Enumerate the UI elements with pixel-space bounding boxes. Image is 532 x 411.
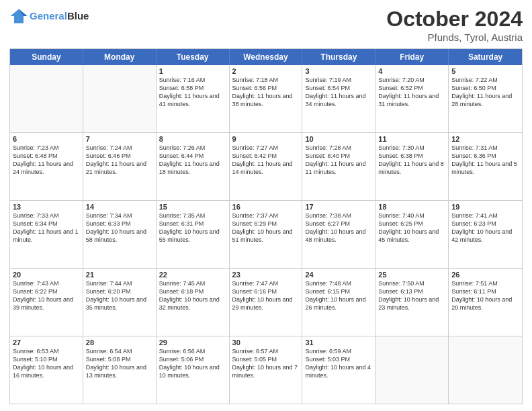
day-number: 3	[305, 67, 372, 75]
day-11: 11Sunrise: 7:30 AM Sunset: 6:38 PM Dayli…	[375, 133, 449, 200]
day-20: 20Sunrise: 7:43 AM Sunset: 6:22 PM Dayli…	[10, 269, 83, 336]
day-info: Sunrise: 7:18 AM Sunset: 6:56 PM Dayligh…	[232, 76, 300, 109]
day-info: Sunrise: 7:48 AM Sunset: 6:15 PM Dayligh…	[305, 279, 372, 312]
logo-icon	[9, 7, 28, 26]
day-info: Sunrise: 7:47 AM Sunset: 6:16 PM Dayligh…	[232, 279, 300, 312]
day-info: Sunrise: 6:57 AM Sunset: 5:05 PM Dayligh…	[232, 347, 300, 380]
day-info: Sunrise: 6:54 AM Sunset: 5:08 PM Dayligh…	[86, 347, 153, 380]
header-day-thursday: Thursday	[302, 49, 375, 65]
day-18: 18Sunrise: 7:40 AM Sunset: 6:25 PM Dayli…	[375, 201, 449, 268]
day-10: 10Sunrise: 7:28 AM Sunset: 6:40 PM Dayli…	[302, 133, 375, 200]
day-info: Sunrise: 7:30 AM Sunset: 6:38 PM Dayligh…	[378, 144, 445, 177]
day-29: 29Sunrise: 6:56 AM Sunset: 5:06 PM Dayli…	[157, 336, 230, 404]
day-info: Sunrise: 7:44 AM Sunset: 6:20 PM Dayligh…	[86, 279, 153, 312]
header: GeneralBlue October 2024 Pfunds, Tyrol, …	[9, 7, 523, 43]
day-number: 15	[159, 203, 226, 211]
day-number: 30	[232, 338, 300, 347]
calendar-row-5: 27Sunrise: 6:53 AM Sunset: 5:10 PM Dayli…	[10, 336, 522, 404]
day-26: 26Sunrise: 7:51 AM Sunset: 6:11 PM Dayli…	[449, 269, 522, 336]
day-number: 17	[305, 203, 372, 211]
day-info: Sunrise: 7:38 AM Sunset: 6:27 PM Dayligh…	[305, 212, 372, 244]
day-number: 20	[13, 271, 80, 279]
day-number: 21	[86, 271, 153, 279]
calendar-row-1: 1Sunrise: 7:16 AM Sunset: 6:58 PM Daylig…	[10, 65, 522, 132]
day-31: 31Sunrise: 6:59 AM Sunset: 5:03 PM Dayli…	[302, 336, 375, 404]
calendar-row-4: 20Sunrise: 7:43 AM Sunset: 6:22 PM Dayli…	[10, 268, 522, 336]
day-number: 24	[305, 271, 372, 279]
day-24: 24Sunrise: 7:48 AM Sunset: 6:15 PM Dayli…	[302, 269, 375, 336]
day-number: 22	[159, 271, 226, 279]
day-info: Sunrise: 7:27 AM Sunset: 6:42 PM Dayligh…	[232, 144, 300, 177]
day-number: 11	[378, 135, 445, 143]
day-30: 30Sunrise: 6:57 AM Sunset: 5:05 PM Dayli…	[230, 336, 303, 404]
day-number: 9	[232, 135, 300, 143]
calendar: SundayMondayTuesdayWednesdayThursdayFrid…	[9, 48, 523, 404]
day-number: 12	[451, 135, 519, 143]
day-17: 17Sunrise: 7:38 AM Sunset: 6:27 PM Dayli…	[302, 201, 375, 268]
day-number: 19	[451, 203, 519, 211]
day-12: 12Sunrise: 7:31 AM Sunset: 6:36 PM Dayli…	[449, 133, 522, 200]
day-info: Sunrise: 7:40 AM Sunset: 6:25 PM Dayligh…	[378, 212, 445, 244]
day-number: 27	[13, 338, 80, 347]
subtitle: Pfunds, Tyrol, Austria	[386, 32, 523, 43]
day-number: 29	[159, 338, 226, 347]
day-info: Sunrise: 7:45 AM Sunset: 6:18 PM Dayligh…	[159, 279, 226, 312]
header-day-friday: Friday	[375, 49, 449, 65]
day-15: 15Sunrise: 7:35 AM Sunset: 6:31 PM Dayli…	[157, 201, 230, 268]
day-info: Sunrise: 6:56 AM Sunset: 5:06 PM Dayligh…	[159, 347, 226, 380]
day-number: 23	[232, 271, 300, 279]
day-9: 9Sunrise: 7:27 AM Sunset: 6:42 PM Daylig…	[230, 133, 303, 200]
day-28: 28Sunrise: 6:54 AM Sunset: 5:08 PM Dayli…	[83, 336, 157, 404]
day-info: Sunrise: 7:22 AM Sunset: 6:50 PM Dayligh…	[451, 76, 519, 109]
empty-cell	[10, 65, 83, 132]
day-5: 5Sunrise: 7:22 AM Sunset: 6:50 PM Daylig…	[449, 65, 522, 132]
header-day-tuesday: Tuesday	[157, 49, 230, 65]
header-day-sunday: Sunday	[10, 49, 83, 65]
day-number: 31	[305, 338, 372, 347]
logo: GeneralBlue	[9, 7, 89, 26]
day-number: 7	[86, 135, 153, 143]
day-number: 1	[159, 67, 226, 75]
day-info: Sunrise: 7:37 AM Sunset: 6:29 PM Dayligh…	[232, 212, 300, 244]
day-14: 14Sunrise: 7:34 AM Sunset: 6:33 PM Dayli…	[83, 201, 157, 268]
day-21: 21Sunrise: 7:44 AM Sunset: 6:20 PM Dayli…	[83, 269, 157, 336]
day-info: Sunrise: 7:43 AM Sunset: 6:22 PM Dayligh…	[13, 279, 80, 312]
day-13: 13Sunrise: 7:33 AM Sunset: 6:34 PM Dayli…	[10, 201, 83, 268]
day-info: Sunrise: 6:53 AM Sunset: 5:10 PM Dayligh…	[13, 347, 80, 380]
day-info: Sunrise: 7:16 AM Sunset: 6:58 PM Dayligh…	[159, 76, 226, 109]
page: GeneralBlue October 2024 Pfunds, Tyrol, …	[0, 0, 532, 411]
day-27: 27Sunrise: 6:53 AM Sunset: 5:10 PM Dayli…	[10, 336, 83, 404]
day-number: 28	[86, 338, 153, 347]
day-number: 18	[378, 203, 445, 211]
day-23: 23Sunrise: 7:47 AM Sunset: 6:16 PM Dayli…	[230, 269, 303, 336]
day-number: 14	[86, 203, 153, 211]
empty-cell	[449, 336, 522, 404]
empty-cell	[83, 65, 157, 132]
header-day-saturday: Saturday	[449, 49, 522, 65]
day-16: 16Sunrise: 7:37 AM Sunset: 6:29 PM Dayli…	[230, 201, 303, 268]
day-2: 2Sunrise: 7:18 AM Sunset: 6:56 PM Daylig…	[230, 65, 303, 132]
logo-line2: Blue	[67, 10, 89, 21]
day-8: 8Sunrise: 7:26 AM Sunset: 6:44 PM Daylig…	[157, 133, 230, 200]
day-number: 8	[159, 135, 226, 143]
calendar-row-2: 6Sunrise: 7:23 AM Sunset: 6:48 PM Daylig…	[10, 132, 522, 200]
day-info: Sunrise: 7:51 AM Sunset: 6:11 PM Dayligh…	[451, 279, 519, 312]
day-info: Sunrise: 7:33 AM Sunset: 6:34 PM Dayligh…	[13, 212, 80, 244]
day-number: 4	[378, 67, 445, 75]
day-19: 19Sunrise: 7:41 AM Sunset: 6:23 PM Dayli…	[449, 201, 522, 268]
day-info: Sunrise: 6:59 AM Sunset: 5:03 PM Dayligh…	[305, 347, 372, 380]
day-number: 10	[305, 135, 372, 143]
day-info: Sunrise: 7:31 AM Sunset: 6:36 PM Dayligh…	[451, 144, 519, 177]
day-info: Sunrise: 7:35 AM Sunset: 6:31 PM Dayligh…	[159, 212, 226, 244]
day-info: Sunrise: 7:50 AM Sunset: 6:13 PM Dayligh…	[378, 279, 445, 312]
day-1: 1Sunrise: 7:16 AM Sunset: 6:58 PM Daylig…	[157, 65, 230, 132]
title-block: October 2024 Pfunds, Tyrol, Austria	[386, 7, 523, 43]
main-title: October 2024	[386, 7, 523, 32]
day-info: Sunrise: 7:24 AM Sunset: 6:46 PM Dayligh…	[86, 144, 153, 177]
day-7: 7Sunrise: 7:24 AM Sunset: 6:46 PM Daylig…	[83, 133, 157, 200]
day-number: 5	[451, 67, 519, 75]
day-info: Sunrise: 7:23 AM Sunset: 6:48 PM Dayligh…	[13, 144, 80, 177]
logo-text: GeneralBlue	[30, 10, 89, 22]
day-info: Sunrise: 7:26 AM Sunset: 6:44 PM Dayligh…	[159, 144, 226, 177]
day-info: Sunrise: 7:20 AM Sunset: 6:52 PM Dayligh…	[378, 76, 445, 109]
